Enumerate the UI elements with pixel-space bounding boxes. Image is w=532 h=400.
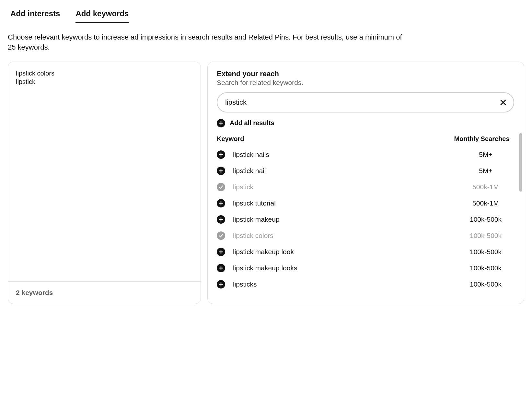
plus-circle-icon [217,150,225,159]
result-row: lipstick makeup100k-500k [217,211,518,228]
keyword-added-button[interactable] [217,231,233,240]
result-row: lipsticks100k-500k [217,276,518,292]
result-monthly-searches: 100k-500k [453,280,518,288]
result-keyword: lipsticks [233,280,453,288]
plus-circle-icon [217,119,225,127]
result-row: lipstick makeup looks100k-500k [217,260,518,276]
close-icon [500,99,506,106]
result-row: lipstick500k-1M [217,179,518,195]
extend-title: Extend your reach [217,70,521,78]
extend-reach-panel: Extend your reach Search for related key… [207,62,524,304]
result-row: lipstick tutorial500k-1M [217,195,518,211]
result-keyword: lipstick makeup [233,216,453,223]
add-keyword-button[interactable] [217,264,233,272]
result-monthly-searches: 5M+ [453,167,518,175]
result-row: lipstick colors100k-500k [217,228,518,244]
result-keyword: lipstick makeup looks [233,264,453,272]
col-header-keyword: Keyword [217,135,449,143]
tabs: Add interests Add keywords [8,6,524,23]
result-keyword: lipstick nails [233,151,453,159]
add-keyword-button[interactable] [217,215,233,224]
results-table-header: Keyword Monthly Searches [217,133,514,147]
tab-add-interests[interactable]: Add interests [10,6,60,23]
keyword-search-input[interactable] [217,92,514,112]
page-description: Choose relevant keywords to increase ad … [8,32,403,53]
keywords-count: 2 keywords [8,281,201,304]
clear-search-button[interactable] [498,97,508,108]
result-monthly-searches: 5M+ [453,151,518,159]
plus-circle-icon [217,199,225,207]
keyword-added-button[interactable] [217,183,233,191]
tab-add-keywords[interactable]: Add keywords [75,6,129,23]
check-circle-icon [217,183,225,191]
result-row: lipstick nail5M+ [217,163,518,179]
result-keyword: lipstick tutorial [233,199,453,207]
results-list[interactable]: lipstick nails5M+lipstick nail5M+lipstic… [217,147,521,292]
result-monthly-searches: 500k-1M [453,199,518,207]
result-monthly-searches: 100k-500k [453,248,518,256]
plus-circle-icon [217,248,225,256]
add-keyword-button[interactable] [217,280,233,288]
plus-circle-icon [217,280,225,288]
keywords-panel: lipstick colors lipstick 2 keywords [8,62,201,304]
plus-circle-icon [217,167,225,175]
add-keyword-button[interactable] [217,248,233,256]
plus-circle-icon [217,215,225,224]
extend-subtitle: Search for related keywords. [217,79,521,87]
result-keyword: lipstick [233,183,453,191]
scrollbar-thumb[interactable] [519,133,522,192]
keywords-textarea[interactable]: lipstick colors lipstick [8,62,201,281]
add-all-label: Add all results [230,119,274,127]
result-row: lipstick makeup look100k-500k [217,244,518,260]
result-keyword: lipstick colors [233,232,453,240]
add-keyword-button[interactable] [217,199,233,207]
add-keyword-button[interactable] [217,150,233,159]
result-monthly-searches: 100k-500k [453,232,518,240]
result-monthly-searches: 100k-500k [453,264,518,272]
result-row: lipstick nails5M+ [217,147,518,163]
check-circle-icon [217,231,225,240]
result-keyword: lipstick nail [233,167,453,175]
col-header-searches: Monthly Searches [449,135,514,143]
plus-circle-icon [217,264,225,272]
result-monthly-searches: 500k-1M [453,183,518,191]
result-monthly-searches: 100k-500k [453,216,518,223]
add-all-results-button[interactable]: Add all results [217,119,274,127]
result-keyword: lipstick makeup look [233,248,453,256]
add-keyword-button[interactable] [217,167,233,175]
